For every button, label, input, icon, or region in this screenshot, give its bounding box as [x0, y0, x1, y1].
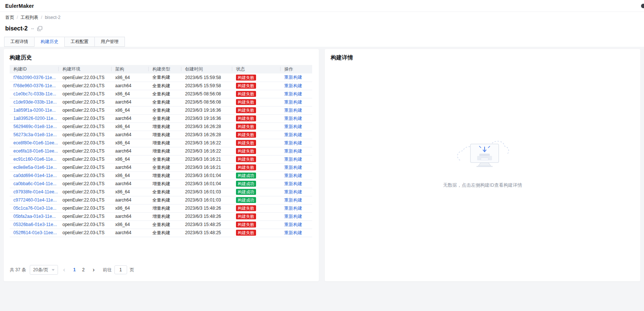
build-env-cell: openEuler:22.03-LTS	[59, 122, 111, 131]
breadcrumb-item-0[interactable]: 首页	[5, 14, 14, 21]
rebuild-link[interactable]: 重新构建	[284, 230, 302, 235]
build-id-link[interactable]: ec91c160-01e6-11e...	[13, 157, 56, 162]
tab-3[interactable]: 用户管理	[94, 37, 125, 47]
created-time-cell: 2023/6/5 08:56:08	[181, 90, 232, 98]
rebuild-link[interactable]: 重新构建	[284, 189, 302, 194]
tab-2[interactable]: 工程配置	[64, 37, 95, 47]
build-id-link[interactable]: ca0dd694-01e4-11e...	[13, 173, 57, 178]
arch-cell: x86_64	[111, 73, 149, 82]
status-badge: 构建成功	[236, 197, 256, 203]
page-size-select[interactable]: 20条/页	[30, 265, 58, 275]
created-time-cell: 2023/6/3 19:16:36	[181, 114, 232, 122]
build-id-link[interactable]: 5629469c-01e8-11e...	[13, 124, 57, 129]
rebuild-link[interactable]: 重新构建	[284, 99, 302, 105]
created-time-cell: 2023/6/3 16:01:04	[181, 180, 232, 188]
table-row: c9772460-01e4-11e...openEuler:22.03-LTSa…	[10, 196, 312, 204]
table-row: 05326ba6-01e3-11e...openEuler:22.03-LTSx…	[10, 220, 312, 229]
build-id-link[interactable]: 1a839526-0200-11e...	[13, 116, 57, 121]
tab-0[interactable]: 工程详情	[4, 37, 35, 47]
page-number-2[interactable]: 2	[79, 266, 87, 274]
created-time-cell: 2023/6/3 16:01:04	[181, 171, 232, 180]
rebuild-link[interactable]: 重新构建	[284, 181, 302, 186]
build-type-cell: 增量构建	[149, 204, 181, 212]
breadcrumb: 首页/工程列表/bisect-2	[0, 12, 644, 23]
page-size-value: 20条/页	[33, 267, 48, 273]
status-badge: 构建失败	[236, 213, 256, 219]
next-page-button[interactable]: ›	[91, 267, 96, 273]
table-row: 1a839526-0200-11e...openEuler:22.03-LTSa…	[10, 114, 312, 122]
prev-page-button[interactable]: ‹	[62, 267, 67, 273]
user-avatar-icon[interactable]	[641, 4, 644, 8]
column-header: 创建时间	[181, 65, 232, 73]
tab-1[interactable]: 构建历史	[34, 37, 65, 47]
created-time-cell: 2023/6/3 16:16:22	[181, 139, 232, 147]
table-row: c1e0bc7c-033b-11e...openEuler:22.03-LTSx…	[10, 90, 312, 98]
rebuild-link[interactable]: 重新构建	[284, 132, 302, 137]
build-id-link[interactable]: f76b2090-0376-11e...	[13, 75, 56, 80]
table-row: 5629469c-01e8-11e...openEuler:22.03-LTSx…	[10, 122, 312, 131]
copy-icon[interactable]	[37, 26, 42, 31]
build-type-cell: 全量构建	[149, 73, 181, 82]
rebuild-link[interactable]: 重新构建	[284, 91, 302, 96]
build-id-link[interactable]: c9772460-01e4-11e...	[13, 197, 57, 203]
table-row: 05bfa2aa-01e3-11e...openEuler:22.03-LTSa…	[10, 212, 312, 220]
arch-cell: aarch64	[111, 147, 149, 155]
rebuild-link[interactable]: 重新构建	[284, 157, 302, 162]
build-type-cell: 全量构建	[149, 196, 181, 204]
build-env-cell: openEuler:22.03-LTS	[59, 196, 111, 204]
table-row: 052ff614-01e3-11ee...openEuler:22.03-LTS…	[10, 229, 312, 237]
rebuild-link[interactable]: 重新构建	[284, 222, 302, 227]
created-time-cell: 2023/6/3 16:16:22	[181, 147, 232, 155]
table-row: 1a859f1a-0200-11e...openEuler:22.03-LTSx…	[10, 106, 312, 114]
build-history-title: 构建历史	[10, 54, 313, 61]
build-id-link[interactable]: ec8e8e5a-01e6-11e...	[13, 165, 57, 170]
arch-cell: aarch64	[111, 163, 149, 171]
status-badge: 构建失败	[236, 132, 256, 138]
chevron-down-icon	[52, 269, 55, 271]
rebuild-link[interactable]: 重新构建	[284, 108, 302, 113]
created-time-cell: 2023/6/3 15:48:26	[181, 212, 232, 220]
rebuild-link[interactable]: 重新构建	[284, 75, 302, 80]
build-id-link[interactable]: f768e960-0376-11e...	[13, 83, 56, 88]
rebuild-link[interactable]: 重新构建	[284, 206, 302, 211]
created-time-cell: 2023/6/3 15:48:25	[181, 229, 232, 237]
status-badge: 构建失败	[236, 115, 256, 121]
arch-cell: x86_64	[111, 90, 149, 98]
build-id-link[interactable]: 05326ba6-01e3-11e...	[13, 222, 57, 227]
table-row: 05c1ca76-01e3-11e...openEuler:22.03-LTSx…	[10, 204, 312, 212]
build-id-link[interactable]: c1de93de-033b-11e...	[13, 99, 57, 105]
status-badge: 构建失败	[236, 140, 256, 146]
rebuild-link[interactable]: 重新构建	[284, 148, 302, 154]
build-id-link[interactable]: 05c1ca76-01e3-11e...	[13, 206, 56, 211]
rebuild-link[interactable]: 重新构建	[284, 173, 302, 178]
rebuild-link[interactable]: 重新构建	[284, 124, 302, 129]
build-id-link[interactable]: c1e0bc7c-033b-11e...	[13, 91, 56, 96]
rebuild-link[interactable]: 重新构建	[284, 165, 302, 170]
breadcrumb-item-1[interactable]: 工程列表	[20, 14, 38, 21]
build-type-cell: 增量构建	[149, 122, 181, 131]
goto-page-input[interactable]	[114, 265, 127, 274]
status-badge: 构建失败	[236, 124, 256, 130]
rebuild-link[interactable]: 重新构建	[284, 197, 302, 203]
build-id-link[interactable]: 56273c3a-01e8-11e...	[13, 132, 57, 137]
build-id-link[interactable]: c97938fe-01e4-11ee...	[13, 189, 58, 194]
build-id-link[interactable]: 052ff614-01e3-11ee...	[13, 230, 57, 235]
build-env-cell: openEuler:22.03-LTS	[59, 212, 111, 220]
build-id-link[interactable]: 1a859f1a-0200-11e...	[13, 108, 56, 113]
breadcrumb-item-2: bisect-2	[45, 15, 61, 20]
rebuild-link[interactable]: 重新构建	[284, 83, 302, 88]
build-id-link[interactable]: 05bfa2aa-01e3-11e...	[13, 214, 56, 219]
created-time-cell: 2023/6/3 15:48:26	[181, 204, 232, 212]
build-id-link[interactable]: ece8f80e-01e6-11ee...	[13, 140, 58, 145]
column-header: 架构	[111, 65, 149, 73]
status-badge: 构建失败	[236, 222, 256, 227]
rebuild-link[interactable]: 重新构建	[284, 116, 302, 121]
rebuild-link[interactable]: 重新构建	[284, 140, 302, 145]
build-env-cell: openEuler:22.03-LTS	[59, 73, 111, 82]
build-id-link[interactable]: ca0bba6c-01e4-11e...	[13, 181, 56, 186]
column-header: 构建类型	[149, 65, 181, 73]
status-badge: 构建成功	[236, 189, 256, 195]
build-id-link[interactable]: ece6fa18-01e6-11ee...	[13, 148, 58, 154]
page-number-1[interactable]: 1	[70, 266, 78, 274]
rebuild-link[interactable]: 重新构建	[284, 214, 302, 219]
